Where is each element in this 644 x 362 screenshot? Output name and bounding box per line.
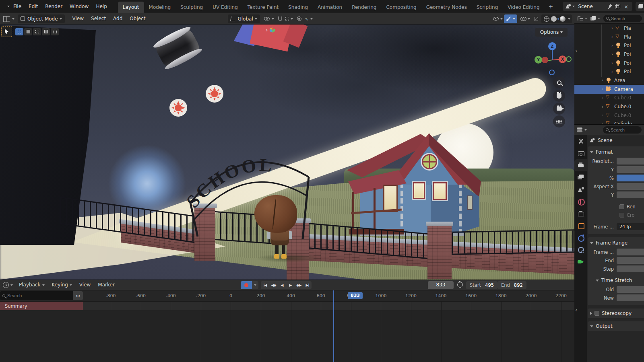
outliner-row[interactable]: › Pla [574,33,644,41]
properties-editor-icon[interactable] [577,128,583,132]
properties-tab[interactable] [574,135,587,147]
outliner-row[interactable]: › Poi [574,59,644,68]
topbar-menu-item[interactable]: Help [92,0,110,13]
outliner-row[interactable]: › Camera [574,85,644,94]
output-header[interactable]: Output [588,323,644,329]
options-button[interactable]: Options [535,28,568,37]
summary-channel[interactable]: Summary [0,302,83,310]
workspace-tab[interactable]: Layout [118,2,144,13]
stereoscopy-header[interactable]: Stereoscopy [588,311,644,316]
frame-end-field[interactable]: End 892 [497,281,526,289]
gizmo-y-axis[interactable]: Y [535,56,542,64]
workspace-tab[interactable]: Animation [313,2,347,13]
stereoscopy-checkbox[interactable] [594,311,599,316]
timeline-editor-icon[interactable] [3,282,9,288]
new-scene-icon[interactable] [615,4,620,9]
number-field[interactable]: 1 [617,265,644,272]
transport-button[interactable]: ◆▶ [295,281,303,289]
outliner-search-input[interactable] [611,16,639,21]
collection-breadcrumb[interactable]: › [266,26,283,33]
timeline-channels[interactable]: Summary [0,302,574,362]
properties-tab[interactable] [574,208,587,220]
gizmo-x-neg-axis[interactable] [542,57,548,63]
topbar-menu-item[interactable]: File [10,0,25,13]
checkbox[interactable] [619,213,624,218]
scene-name[interactable]: Scene [578,4,605,9]
mode-selector[interactable]: Object Mode [18,14,65,23]
number-field[interactable]: 1.0 [617,191,644,198]
number-field[interactable]: 89 [617,257,644,264]
select-box-tool-button[interactable] [1,26,12,37]
expander-icon[interactable]: › [611,43,613,48]
outliner-row[interactable]: › Area [574,76,644,85]
workspace-tab[interactable]: Shading [283,2,313,13]
fps-dropdown[interactable]: 24 fp [617,223,644,230]
number-field[interactable]: 10 [617,175,644,181]
region-collapse-arrow[interactable]: ‹ [575,307,577,313]
wireframe-shading-icon[interactable] [544,16,549,22]
outliner-row[interactable]: › Cube.0 [574,102,644,111]
gizmo-z-axis[interactable]: Z [548,42,556,50]
transport-button[interactable]: |◀ [261,281,269,289]
view-layer-icon[interactable] [638,4,644,9]
topbar-menu-item[interactable]: Window [66,0,92,13]
dopesheet-search-input[interactable] [7,293,60,298]
number-field[interactable]: 192 [617,158,644,165]
solid-shading-icon[interactable] [551,16,557,22]
outliner-row[interactable]: › Cylinde [574,120,644,125]
expander-icon[interactable]: › [602,96,603,100]
properties-tab[interactable] [574,147,587,159]
number-field[interactable]: 1.0 [617,183,644,190]
number-field[interactable]: 49 [617,249,644,255]
pivot-point-icon[interactable] [264,17,269,21]
gizmo-z-neg-axis[interactable] [549,70,555,75]
breadcrumb-label[interactable]: Scene [598,138,613,143]
timeline-menu-item[interactable]: View [76,278,94,292]
gizmo-x-axis[interactable]: X [559,56,566,63]
viewport-menu-item[interactable]: Add [109,12,126,25]
display-mode-icon[interactable] [590,16,596,21]
expander-icon[interactable]: › [611,52,613,56]
workspace-tab[interactable]: Rendering [347,2,381,13]
playhead-line[interactable] [333,290,334,362]
properties-search-input[interactable] [611,128,639,132]
auto-keying-dropdown[interactable] [252,281,258,289]
auto-keying-record-button[interactable] [241,281,252,289]
timeline-menu-item[interactable]: Marker [94,278,118,292]
transport-button[interactable]: ▶| [303,281,312,289]
snap-target-icon[interactable] [285,17,289,21]
falloff-curve-icon[interactable]: ∿ [305,16,309,22]
transport-button[interactable]: ◀◆ [269,281,278,289]
close-icon[interactable]: × [622,4,630,10]
number-field[interactable]: 108 [617,166,644,173]
editor-type-icon[interactable] [3,16,10,22]
pan-button[interactable] [553,90,565,102]
region-collapse-arrow[interactable]: ‹ [575,47,577,53]
outliner-row[interactable]: › Poi [574,41,644,50]
time-stretch-header[interactable]: Time Stretch [588,276,644,285]
properties-tab[interactable] [574,256,587,268]
select-mode-invert-button[interactable] [42,28,50,35]
expander-icon[interactable]: › [611,70,613,74]
properties-search[interactable] [603,126,642,134]
workspace-tab[interactable]: Video Editing [503,2,544,13]
topbar-menu-item[interactable]: Render [41,0,66,13]
expander-icon[interactable]: › [602,78,603,82]
checkbox[interactable] [619,204,624,209]
outliner-row[interactable]: › Poi [574,67,644,76]
number-field[interactable]: 10 [617,286,644,293]
dopesheet-search[interactable] [0,291,73,300]
workspace-tab[interactable]: Sculpting [175,2,208,13]
rendered-shading-icon[interactable] [560,16,566,22]
properties-tab[interactable] [574,195,587,208]
current-frame-field[interactable]: 833 [428,281,454,289]
expander-icon[interactable]: › [611,26,613,30]
topbar-menu-item[interactable]: Edit [25,0,41,13]
outliner-row[interactable]: › Poi [574,50,644,59]
visibility-filter-icon[interactable] [493,17,499,21]
viewport-menu-item[interactable]: Object [126,12,149,25]
outliner-row[interactable]: › Pla [574,24,644,33]
frame-range-panel-header[interactable]: Frame Range [588,239,644,248]
properties-tab[interactable] [574,244,587,256]
properties-tab[interactable] [574,183,587,195]
